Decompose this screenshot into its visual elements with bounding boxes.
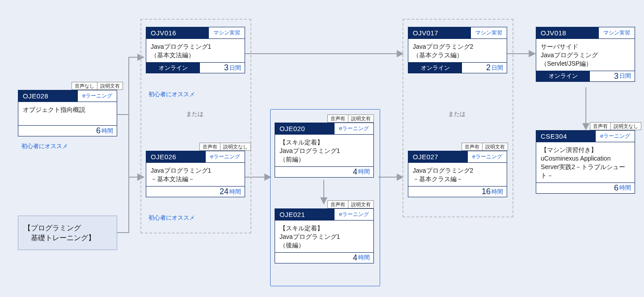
flag-audio: 音声有 — [328, 115, 348, 122]
course-title: サーバサイドJavaプログラミング（Servlet/JSP編） — [541, 42, 598, 68]
card-oje020[interactable]: OJE020 eラーニング 【スキル定着】Javaプログラミング1（前編） 4 … — [275, 123, 374, 178]
card-header: CSE304 eラーニング — [536, 131, 635, 142]
or-label: または — [186, 110, 203, 118]
course-code: OJV017 — [408, 27, 471, 38]
course-title: オブジェクト指向概説 — [23, 106, 85, 114]
card-oje028[interactable]: OJE028 eラーニング オブジェクト指向概説 6 時間 — [18, 90, 117, 136]
card-body: 【スキル定着】Javaプログラミング1（後編） — [275, 221, 373, 252]
card-header: OJE026 eラーニング — [146, 151, 245, 163]
flag-desc: 説明文なし — [611, 123, 641, 130]
recommend-label: 初心者にオススメ — [148, 90, 195, 98]
course-title: Javaプログラミング1－基本文法編－ — [151, 166, 211, 183]
card-body: Javaプログラミング1－基本文法編－ — [146, 163, 245, 186]
card-footer: 4 時間 — [275, 166, 373, 177]
course-duration-num: 6 — [614, 183, 619, 193]
course-title: 【スキル定着】Javaプログラミング1（後編） — [280, 224, 340, 250]
course-title: 【マシン演習付き】uCosminexus ApplicationServer実践… — [541, 146, 630, 180]
intro-training-box[interactable]: 【プログラミング 基礎トレーニング】 — [18, 216, 117, 250]
flag-audio: 音声有 — [590, 123, 610, 130]
course-duration-num: 16 — [482, 187, 491, 196]
card-body: 【マシン演習付き】uCosminexus ApplicationServer実践… — [536, 142, 635, 182]
course-tag: マシン実習 — [209, 27, 245, 38]
flags-oje027: 音声有 説明文有 — [462, 143, 508, 151]
course-title: Javaプログラミング1（基本文法編） — [151, 42, 211, 59]
flag-desc: 説明文有 — [348, 115, 373, 122]
course-mode: オンライン — [146, 63, 200, 73]
course-duration-unit: 時間 — [102, 127, 113, 135]
flag-audio: 音声有 — [462, 143, 482, 150]
flag-audio: 音声有 — [200, 143, 220, 150]
card-footer: 4 時間 — [275, 252, 373, 263]
card-oje026[interactable]: OJE026 eラーニング Javaプログラミング1－基本文法編－ 24 時間 — [146, 151, 245, 197]
card-body: オブジェクト指向概説 — [18, 102, 117, 125]
card-header: OJE020 eラーニング — [275, 123, 373, 135]
course-code: OJE026 — [146, 151, 206, 162]
course-duration-num: 4 — [353, 253, 357, 263]
course-code: OJE020 — [275, 123, 335, 134]
recommend-label: 初心者にオススメ — [21, 142, 68, 150]
card-oje021[interactable]: OJE021 eラーニング 【スキル定着】Javaプログラミング1（後編） 4 … — [275, 208, 374, 263]
card-header: OJE028 eラーニング — [18, 90, 117, 102]
card-header: OJV017 マシン実習 — [408, 27, 507, 39]
course-duration-num: 4 — [353, 167, 357, 177]
course-duration-unit: 時間 — [619, 184, 631, 192]
card-body: Javaプログラミング1（基本文法編） — [146, 39, 245, 62]
flag-desc: 説明文有 — [348, 201, 373, 208]
course-tag: マシン実習 — [471, 27, 507, 38]
card-header: OJV016 マシン実習 — [146, 27, 245, 39]
card-footer: オンライン 2 日間 — [408, 62, 507, 73]
flags-oje026: 音声有 説明文なし — [199, 143, 251, 151]
course-code: CSE304 — [536, 131, 596, 142]
or-label: または — [448, 110, 466, 118]
card-footer: 16 時間 — [408, 186, 507, 197]
card-footer: 6 時間 — [18, 125, 117, 136]
course-duration-num: 2 — [486, 63, 491, 72]
flag-audio: 音声なし — [72, 82, 97, 89]
card-footer: 6 時間 — [536, 182, 635, 193]
course-title: Javaプログラミング2（基本クラス編） — [413, 42, 473, 59]
flags-oje021: 音声有 説明文有 — [327, 200, 374, 208]
course-duration-unit: 時間 — [229, 188, 241, 196]
course-title: Javaプログラミング2－基本クラス編－ — [413, 166, 473, 183]
course-tag: マシン実習 — [599, 27, 635, 38]
card-header: OJE021 eラーニング — [275, 209, 373, 221]
course-tag: eラーニング — [596, 131, 635, 142]
course-duration-num: 24 — [220, 187, 229, 196]
flag-desc: 説明文有 — [483, 143, 508, 150]
card-oje027[interactable]: OJE027 eラーニング Javaプログラミング2－基本クラス編－ 16 時間 — [408, 151, 507, 197]
card-header: OJE027 eラーニング — [408, 151, 507, 163]
card-footer: オンライン 3 日間 — [146, 62, 245, 73]
card-footer: 24 時間 — [146, 186, 245, 197]
flag-desc: 説明文有 — [97, 82, 123, 89]
course-duration-unit: 日間 — [229, 64, 241, 72]
course-tag: eラーニング — [206, 151, 245, 162]
course-duration-unit: 日間 — [491, 64, 503, 72]
card-header: OJV018 マシン実習 — [536, 27, 635, 39]
intro-line1: 【プログラミング — [24, 223, 111, 233]
course-tag: eラーニング — [468, 151, 507, 162]
course-code: OJV016 — [146, 27, 209, 38]
course-tag: eラーニング — [335, 209, 373, 220]
card-ojv016[interactable]: OJV016 マシン実習 Javaプログラミング1（基本文法編） オンライン 3… — [146, 27, 245, 73]
course-title: 【スキル定着】Javaプログラミング1（前編） — [280, 138, 340, 164]
course-duration-unit: 日間 — [619, 72, 631, 80]
card-body: 【スキル定着】Javaプログラミング1（前編） — [275, 135, 373, 166]
course-duration-num: 3 — [614, 72, 619, 81]
course-mode: オンライン — [536, 71, 590, 81]
course-code: OJV018 — [536, 27, 599, 38]
flags-oje028: 音声なし 説明文有 — [72, 82, 123, 90]
flags-cse304: 音声有 説明文なし — [590, 122, 641, 130]
course-code: OJE027 — [408, 151, 468, 162]
card-body: サーバサイドJavaプログラミング（Servlet/JSP編） — [536, 39, 635, 71]
course-tag: eラーニング — [335, 123, 373, 134]
card-ojv017[interactable]: OJV017 マシン実習 Javaプログラミング2（基本クラス編） オンライン … — [408, 27, 507, 73]
flag-audio: 音声有 — [328, 201, 348, 208]
card-ojv018[interactable]: OJV018 マシン実習 サーバサイドJavaプログラミング（Servlet/J… — [536, 27, 635, 82]
card-body: Javaプログラミング2（基本クラス編） — [408, 39, 507, 62]
course-mode: オンライン — [408, 63, 462, 73]
card-footer: オンライン 3 日間 — [536, 71, 635, 81]
card-body: Javaプログラミング2－基本クラス編－ — [408, 163, 507, 186]
card-cse304[interactable]: CSE304 eラーニング 【マシン演習付き】uCosminexus Appli… — [536, 130, 635, 194]
intro-line2: 基礎トレーニング】 — [24, 233, 111, 243]
course-duration-num: 6 — [96, 126, 101, 136]
